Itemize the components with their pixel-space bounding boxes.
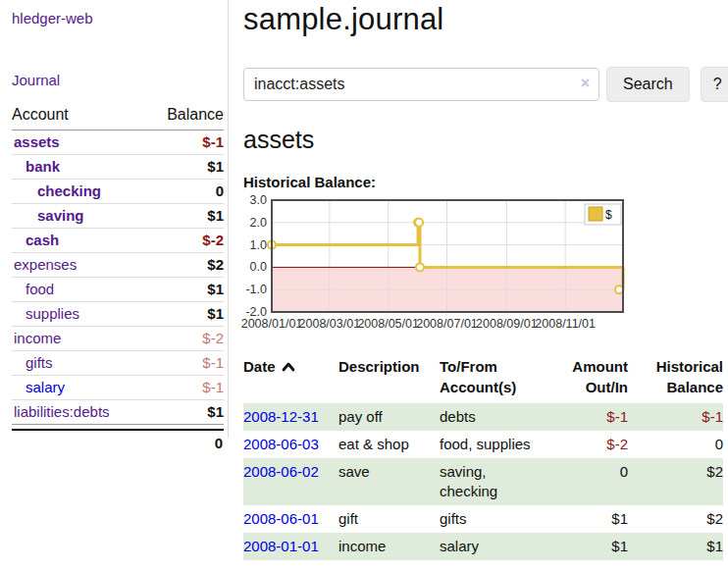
transaction-balance: $1	[636, 533, 723, 560]
sort-ascending-icon	[282, 361, 295, 372]
account-balance: 0	[146, 180, 224, 204]
svg-text:2008/01/01: 2008/01/01	[241, 317, 303, 331]
svg-text:0.0: 0.0	[250, 260, 267, 274]
account-balance: $1	[146, 400, 224, 425]
transaction-amount: $1	[553, 505, 636, 533]
clear-search-icon[interactable]: ×	[581, 76, 590, 91]
account-row: gifts$-1	[12, 351, 224, 376]
app-title-link[interactable]: hledger-web	[12, 10, 224, 26]
transaction-amount: $-2	[553, 431, 636, 458]
account-balance: $2	[146, 253, 224, 278]
account-link[interactable]: salary	[26, 379, 65, 395]
transaction-amount: 0	[553, 458, 636, 505]
transaction-date-link[interactable]: 2008-12-31	[243, 408, 319, 425]
register-header-date-label: Date	[243, 358, 276, 375]
transaction-accounts: gifts	[440, 505, 553, 533]
search-button[interactable]: Search	[606, 67, 690, 102]
svg-text:2008/09/01: 2008/09/01	[476, 317, 538, 331]
search-input-wrap: ×	[243, 68, 599, 101]
account-balance: $-1	[146, 130, 224, 155]
help-button[interactable]: ?	[701, 67, 728, 102]
account-balance: $-1	[146, 376, 224, 400]
transaction-balance: $2	[636, 505, 723, 533]
account-row: income$-2	[12, 327, 224, 351]
transaction-description: eat & shop	[338, 431, 440, 458]
transaction-date-link[interactable]: 2008-01-01	[243, 538, 319, 554]
accounts-header-row: Account Balance	[12, 104, 224, 130]
svg-text:1.0: 1.0	[250, 238, 267, 252]
account-row: liabilities:debts$1	[12, 400, 224, 425]
account-link[interactable]: gifts	[26, 354, 53, 371]
transaction-description: income	[338, 533, 440, 560]
transaction-accounts: saving, checking	[440, 458, 553, 505]
transaction-balance: $-1	[636, 403, 723, 431]
accounts-header-account: Account	[12, 104, 146, 130]
svg-text:2.0: 2.0	[250, 216, 267, 230]
account-balance: $1	[146, 278, 224, 302]
legend-swatch	[589, 207, 602, 221]
account-row: salary$-1	[12, 376, 224, 400]
transaction-row: 2008-06-02savesaving, checking0$2	[243, 458, 723, 505]
transaction-date-link[interactable]: 2008-06-01	[243, 510, 319, 527]
account-row: cash$-2	[12, 229, 224, 253]
transaction-row: 2008-01-01incomesalary$1$1	[243, 533, 723, 560]
transaction-row: 2008-06-01giftgifts$1$2	[243, 505, 723, 533]
nav-journal-link[interactable]: Journal	[12, 72, 224, 88]
account-link[interactable]: supplies	[26, 305, 79, 322]
account-link[interactable]: expenses	[14, 256, 77, 273]
account-balance: $1	[146, 302, 224, 327]
transaction-row: 2008-12-31pay offdebts$-1$-1	[243, 403, 723, 431]
register-header-date[interactable]: Date	[243, 354, 338, 403]
transaction-accounts: salary	[440, 533, 553, 560]
chart-title: Historical Balance:	[243, 174, 728, 190]
account-link[interactable]: food	[26, 281, 54, 297]
transaction-balance: 0	[636, 431, 723, 458]
transaction-balance: $2	[636, 458, 723, 505]
transaction-description: save	[338, 458, 440, 505]
account-link[interactable]: cash	[26, 232, 59, 248]
svg-text:2008/03/01: 2008/03/01	[299, 317, 361, 331]
transaction-amount: $1	[553, 533, 636, 560]
account-link[interactable]: saving	[37, 207, 84, 224]
accounts-header-balance: Balance	[146, 104, 224, 130]
sidebar-total: 0	[12, 429, 224, 451]
transaction-description: gift	[338, 505, 440, 533]
account-row: saving$1	[12, 204, 224, 229]
search-input[interactable]	[243, 68, 599, 101]
account-heading: assets	[243, 126, 728, 154]
svg-text:2008/05/01: 2008/05/01	[357, 317, 419, 331]
account-link[interactable]: liabilities:debts	[14, 403, 110, 420]
register-header-amount: Amount Out/In	[553, 354, 636, 403]
account-row: expenses$2	[12, 253, 224, 278]
transaction-date-link[interactable]: 2008-06-02	[243, 463, 319, 480]
transaction-accounts: debts	[440, 403, 553, 431]
account-link[interactable]: assets	[14, 133, 60, 150]
svg-text:2008/07/01: 2008/07/01	[416, 317, 478, 331]
transaction-date-link[interactable]: 2008-06-03	[243, 436, 319, 452]
account-link[interactable]: bank	[26, 158, 60, 175]
account-row: supplies$1	[12, 302, 224, 327]
account-balance: $-2	[146, 327, 224, 351]
register-header-balance: Historical Balance	[636, 354, 723, 403]
historical-balance-chart-svg: $3.02.01.00.0-1.0-2.02008/01/012008/03/0…	[243, 197, 624, 335]
svg-text:-1.0: -1.0	[245, 283, 267, 296]
transaction-row: 2008-06-03eat & shopfood, supplies$-20	[243, 431, 723, 458]
account-link[interactable]: income	[14, 330, 61, 346]
register-header-row: Date Description To/From Account(s) Amou…	[243, 354, 723, 403]
account-row: food$1	[12, 278, 224, 302]
register-header-description: Description	[338, 354, 440, 403]
page: hledger-web Journal Account Balance asse…	[0, 0, 728, 571]
accounts-table: Account Balance assets$-1bank$1checking0…	[12, 104, 224, 425]
account-row: bank$1	[12, 155, 224, 180]
balance-chart: $3.02.01.00.0-1.0-2.02008/01/012008/03/0…	[243, 197, 728, 335]
account-balance: $-2	[146, 229, 224, 253]
register-header-accounts: To/From Account(s)	[440, 354, 553, 403]
account-link[interactable]: checking	[37, 182, 101, 199]
svg-text:3.0: 3.0	[250, 193, 267, 207]
account-balance: $-1	[146, 351, 224, 376]
search-row: × Search ?	[243, 67, 728, 102]
transaction-accounts: food, supplies	[440, 431, 553, 458]
sidebar: hledger-web Journal Account Balance asse…	[0, 0, 229, 438]
transaction-description: pay off	[338, 403, 440, 431]
account-row: checking0	[12, 180, 224, 204]
